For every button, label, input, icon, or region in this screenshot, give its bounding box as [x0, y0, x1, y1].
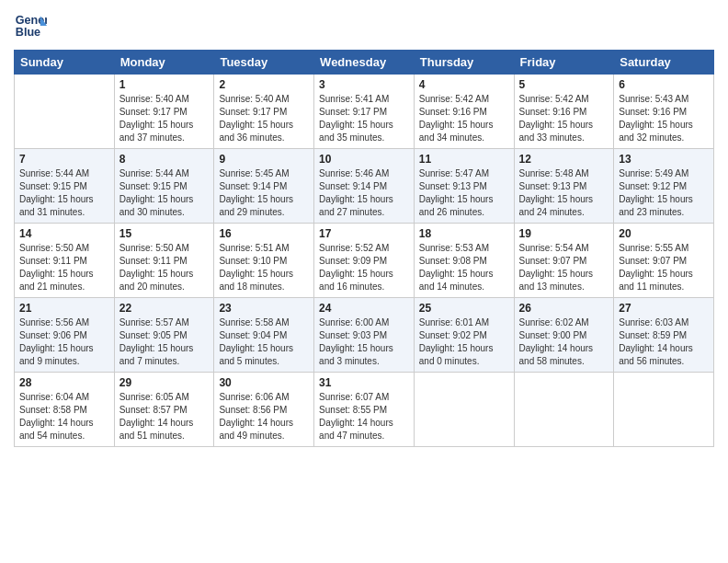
day-number: 20	[619, 227, 709, 240]
calendar-cell: 3Sunrise: 5:41 AM Sunset: 9:17 PM Daylig…	[314, 75, 415, 149]
day-number: 22	[119, 302, 210, 315]
calendar-cell: 26Sunrise: 6:02 AM Sunset: 9:00 PM Dayli…	[514, 298, 614, 373]
day-info: Sunrise: 5:50 AM Sunset: 9:11 PM Dayligh…	[19, 242, 109, 293]
day-number: 10	[319, 153, 409, 166]
day-info: Sunrise: 6:06 AM Sunset: 8:56 PM Dayligh…	[219, 391, 309, 442]
header-day-tuesday: Tuesday	[214, 51, 314, 75]
calendar-cell: 28Sunrise: 6:04 AM Sunset: 8:58 PM Dayli…	[15, 373, 115, 447]
day-number: 11	[419, 153, 509, 166]
week-row-1: 1Sunrise: 5:40 AM Sunset: 9:17 PM Daylig…	[15, 75, 714, 149]
header-row: General Blue	[14, 9, 714, 42]
day-number: 17	[319, 227, 409, 240]
day-number: 4	[419, 78, 509, 91]
calendar-cell: 31Sunrise: 6:07 AM Sunset: 8:55 PM Dayli…	[314, 373, 415, 447]
day-number: 7	[19, 153, 109, 166]
calendar-cell: 8Sunrise: 5:44 AM Sunset: 9:15 PM Daylig…	[114, 149, 214, 224]
day-info: Sunrise: 5:58 AM Sunset: 9:04 PM Dayligh…	[219, 316, 309, 368]
calendar-cell: 23Sunrise: 5:58 AM Sunset: 9:04 PM Dayli…	[214, 298, 314, 373]
calendar-cell: 4Sunrise: 5:42 AM Sunset: 9:16 PM Daylig…	[414, 75, 514, 149]
week-row-3: 14Sunrise: 5:50 AM Sunset: 9:11 PM Dayli…	[15, 224, 714, 298]
day-info: Sunrise: 6:04 AM Sunset: 8:58 PM Dayligh…	[19, 391, 109, 442]
calendar-cell: 16Sunrise: 5:51 AM Sunset: 9:10 PM Dayli…	[214, 224, 314, 298]
calendar-cell: 20Sunrise: 5:55 AM Sunset: 9:07 PM Dayli…	[614, 224, 714, 298]
day-info: Sunrise: 6:05 AM Sunset: 8:57 PM Dayligh…	[119, 391, 210, 442]
calendar-cell: 18Sunrise: 5:53 AM Sunset: 9:08 PM Dayli…	[414, 224, 514, 298]
day-info: Sunrise: 5:52 AM Sunset: 9:09 PM Dayligh…	[319, 242, 409, 293]
day-number: 1	[119, 78, 210, 91]
page: General Blue SundayMondayTuesdayWednesda…	[0, 0, 728, 456]
day-info: Sunrise: 6:00 AM Sunset: 9:03 PM Dayligh…	[319, 316, 409, 368]
day-number: 29	[119, 376, 210, 389]
day-number: 18	[419, 227, 509, 240]
day-info: Sunrise: 6:03 AM Sunset: 8:59 PM Dayligh…	[619, 316, 709, 368]
header-day-wednesday: Wednesday	[314, 51, 415, 75]
calendar-cell: 29Sunrise: 6:05 AM Sunset: 8:57 PM Dayli…	[114, 373, 214, 447]
header-day-saturday: Saturday	[614, 51, 714, 75]
day-number: 21	[19, 302, 109, 315]
day-info: Sunrise: 5:44 AM Sunset: 9:15 PM Dayligh…	[19, 167, 109, 219]
calendar-cell: 10Sunrise: 5:46 AM Sunset: 9:14 PM Dayli…	[314, 149, 415, 224]
header-day-friday: Friday	[514, 51, 614, 75]
calendar-cell	[614, 373, 714, 447]
calendar-cell: 14Sunrise: 5:50 AM Sunset: 9:11 PM Dayli…	[15, 224, 115, 298]
calendar-cell: 19Sunrise: 5:54 AM Sunset: 9:07 PM Dayli…	[514, 224, 614, 298]
day-info: Sunrise: 5:48 AM Sunset: 9:13 PM Dayligh…	[519, 167, 609, 219]
week-row-5: 28Sunrise: 6:04 AM Sunset: 8:58 PM Dayli…	[15, 373, 714, 447]
day-info: Sunrise: 5:53 AM Sunset: 9:08 PM Dayligh…	[419, 242, 509, 293]
header-day-monday: Monday	[114, 51, 214, 75]
day-info: Sunrise: 5:54 AM Sunset: 9:07 PM Dayligh…	[519, 242, 609, 293]
day-number: 12	[519, 153, 609, 166]
logo: General Blue	[14, 9, 51, 42]
day-number: 14	[19, 227, 109, 240]
day-info: Sunrise: 5:51 AM Sunset: 9:10 PM Dayligh…	[219, 242, 309, 293]
day-number: 16	[219, 227, 309, 240]
calendar-cell: 6Sunrise: 5:43 AM Sunset: 9:16 PM Daylig…	[614, 75, 714, 149]
day-number: 3	[319, 78, 409, 91]
calendar-cell: 21Sunrise: 5:56 AM Sunset: 9:06 PM Dayli…	[15, 298, 115, 373]
week-row-2: 7Sunrise: 5:44 AM Sunset: 9:15 PM Daylig…	[15, 149, 714, 224]
day-number: 27	[619, 302, 709, 315]
day-info: Sunrise: 5:42 AM Sunset: 9:16 PM Dayligh…	[419, 93, 509, 144]
day-info: Sunrise: 5:50 AM Sunset: 9:11 PM Dayligh…	[119, 242, 210, 293]
calendar-cell: 17Sunrise: 5:52 AM Sunset: 9:09 PM Dayli…	[314, 224, 415, 298]
calendar-cell: 5Sunrise: 5:42 AM Sunset: 9:16 PM Daylig…	[514, 75, 614, 149]
calendar-cell	[414, 373, 514, 447]
week-row-4: 21Sunrise: 5:56 AM Sunset: 9:06 PM Dayli…	[15, 298, 714, 373]
header-day-sunday: Sunday	[15, 51, 115, 75]
day-info: Sunrise: 5:56 AM Sunset: 9:06 PM Dayligh…	[19, 316, 109, 368]
calendar-cell: 11Sunrise: 5:47 AM Sunset: 9:13 PM Dayli…	[414, 149, 514, 224]
day-number: 5	[519, 78, 609, 91]
calendar-table: SundayMondayTuesdayWednesdayThursdayFrid…	[14, 50, 714, 447]
day-info: Sunrise: 5:40 AM Sunset: 9:17 PM Dayligh…	[119, 93, 210, 144]
svg-text:Blue: Blue	[16, 26, 40, 39]
calendar-cell: 12Sunrise: 5:48 AM Sunset: 9:13 PM Dayli…	[514, 149, 614, 224]
day-info: Sunrise: 5:47 AM Sunset: 9:13 PM Dayligh…	[419, 167, 509, 219]
logo-icon: General Blue	[14, 9, 47, 42]
day-number: 6	[619, 78, 709, 91]
day-number: 19	[519, 227, 609, 240]
day-info: Sunrise: 5:41 AM Sunset: 9:17 PM Dayligh…	[319, 93, 409, 144]
calendar-cell: 9Sunrise: 5:45 AM Sunset: 9:14 PM Daylig…	[214, 149, 314, 224]
day-info: Sunrise: 5:44 AM Sunset: 9:15 PM Dayligh…	[119, 167, 210, 219]
day-info: Sunrise: 6:02 AM Sunset: 9:00 PM Dayligh…	[519, 316, 609, 368]
calendar-cell: 15Sunrise: 5:50 AM Sunset: 9:11 PM Dayli…	[114, 224, 214, 298]
calendar-cell	[514, 373, 614, 447]
calendar-cell: 30Sunrise: 6:06 AM Sunset: 8:56 PM Dayli…	[214, 373, 314, 447]
day-number: 2	[219, 78, 309, 91]
day-number: 13	[619, 153, 709, 166]
calendar-cell: 7Sunrise: 5:44 AM Sunset: 9:15 PM Daylig…	[15, 149, 115, 224]
day-info: Sunrise: 5:49 AM Sunset: 9:12 PM Dayligh…	[619, 167, 709, 219]
calendar-cell: 1Sunrise: 5:40 AM Sunset: 9:17 PM Daylig…	[114, 75, 214, 149]
calendar-cell: 25Sunrise: 6:01 AM Sunset: 9:02 PM Dayli…	[414, 298, 514, 373]
day-info: Sunrise: 5:55 AM Sunset: 9:07 PM Dayligh…	[619, 242, 709, 293]
calendar-cell: 22Sunrise: 5:57 AM Sunset: 9:05 PM Dayli…	[114, 298, 214, 373]
calendar-cell: 13Sunrise: 5:49 AM Sunset: 9:12 PM Dayli…	[614, 149, 714, 224]
day-info: Sunrise: 6:07 AM Sunset: 8:55 PM Dayligh…	[319, 391, 409, 442]
day-info: Sunrise: 5:57 AM Sunset: 9:05 PM Dayligh…	[119, 316, 210, 368]
day-number: 24	[319, 302, 409, 315]
header-day-thursday: Thursday	[414, 51, 514, 75]
day-number: 28	[19, 376, 109, 389]
day-number: 31	[319, 376, 409, 389]
day-info: Sunrise: 5:43 AM Sunset: 9:16 PM Dayligh…	[619, 93, 709, 144]
day-info: Sunrise: 5:42 AM Sunset: 9:16 PM Dayligh…	[519, 93, 609, 144]
